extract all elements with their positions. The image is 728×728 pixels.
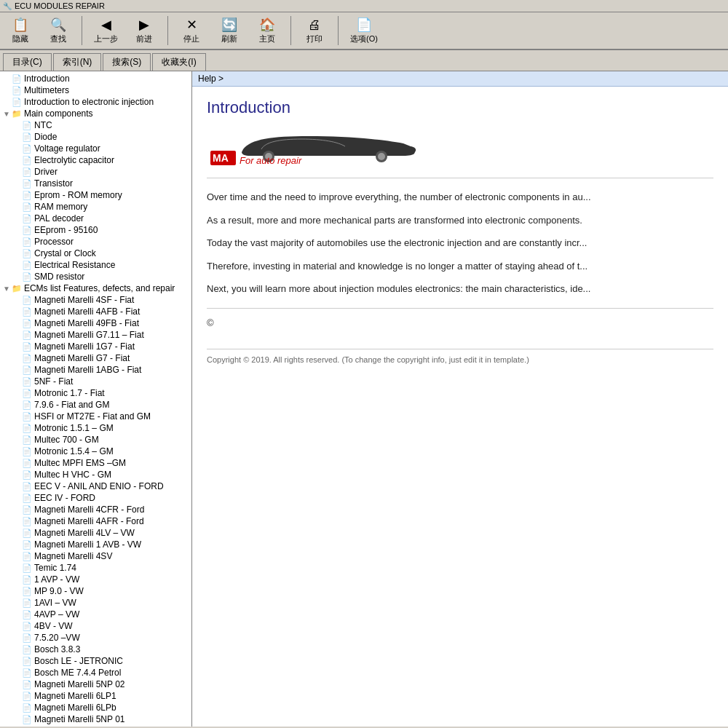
sidebar-item-label: Multec MPFI EMS –GM [34,458,126,468]
sidebar-item-label: Motronic 1.7 - Fiat [34,388,105,398]
folder-expand-icon: ▼ [3,110,10,118]
sidebar-item-mm-5np01[interactable]: 📄Magneti Marelli 5NP 01 [0,713,191,725]
sidebar-item-bosch-le[interactable]: 📄Bosch LE - JETRONIC [0,655,191,667]
sidebar-item-bosch-383[interactable]: 📄Bosch 3.8.3 [0,644,191,655]
sidebar-item-mm-4afb[interactable]: 📄Magneti Marelli 4AFB - Fiat [0,306,191,317]
sidebar-item-7520-vw[interactable]: 📄7.5.20 –VW [0,632,191,644]
sidebar-item-diode[interactable]: 📄Diode [0,131,191,143]
sidebar-item-motronic-154[interactable]: 📄Motronic 1.5.4 – GM [0,446,191,457]
folder-expand-icon: ▼ [3,285,10,293]
sidebar-item-voltage-reg[interactable]: 📄Voltage regulator [0,143,191,154]
page-icon: 📄 [22,529,32,538]
page-icon: 📄 [22,587,32,596]
sidebar-item-mm-4cfr[interactable]: 📄Magneti Marelli 4CFR - Ford [0,504,191,515]
find-button[interactable]: 🔍 查找 [42,15,74,46]
stop-button[interactable]: ✕ 停止 [175,15,207,46]
home-button[interactable]: 🏠 主页 [251,15,283,46]
tab-bar: 目录(C) 索引(N) 搜索(S) 收藏夹(I) [0,50,728,71]
page-icon: 📄 [22,319,32,328]
sidebar-item-label: Magneti Marelli G7.11 – Fiat [34,330,144,340]
sidebar-item-label: 5NF - Fiat [34,376,73,387]
sidebar-item-introduction[interactable]: 📄Introduction [0,73,191,84]
refresh-button[interactable]: 🔄 刷新 [213,15,245,46]
tab-favorites[interactable]: 收藏夹(I) [152,53,205,71]
sidebar-item-multec-mpfi[interactable]: 📄Multec MPFI EMS –GM [0,457,191,469]
sidebar-item-label: Introduction to electronic injection [24,97,154,107]
sidebar-item-mm-4sv[interactable]: 📄Magneti Marelli 4SV [0,550,191,562]
sidebar-item-eprom-rom[interactable]: 📄Eprom - ROM memory [0,189,191,201]
sidebar-item-temic-174[interactable]: 📄Temic 1.74 [0,562,191,574]
sidebar-item-smd-resistor[interactable]: 📄SMD resistor [0,271,191,282]
sidebar-item-mm-5np02[interactable]: 📄Magneti Marelli 5NP 02 [0,678,191,690]
sidebar-item-processor[interactable]: 📄Processor [0,236,191,248]
sidebar-item-eeprom-95160[interactable]: 📄EEprom - 95160 [0,224,191,236]
sidebar-item-electrolytic[interactable]: 📄Electrolytic capacitor [0,154,191,166]
forward-button[interactable]: ▶ 前进 [128,15,160,46]
sidebar-item-7-9-6[interactable]: 📄7.9.6 - Fiat and GM [0,399,191,411]
sidebar-item-eec-v[interactable]: 📄EEC V - ANIL AND ENIO - FORD [0,480,191,492]
sidebar-item-ecms-list[interactable]: ▼📁ECMs list Features, defects, and repai… [0,282,191,294]
sidebar-item-bosch-me744[interactable]: 📄Bosch ME 7.4.4 Petrol [0,667,191,678]
print-button[interactable]: 🖨 打印 [298,16,331,46]
tab-search[interactable]: 搜索(S) [103,53,151,71]
sidebar-item-mm-4sf[interactable]: 📄Magneti Marelli 4SF - Fiat [0,294,191,306]
sidebar-item-mm-1abg[interactable]: 📄Magneti Marelli 1ABG - Fiat [0,364,191,376]
page-icon: 📄 [22,226,32,235]
page-icon: 📄 [22,668,32,678]
page-icon: 📄 [22,540,32,550]
sidebar-item-driver[interactable]: 📄Driver [0,166,191,178]
tab-index[interactable]: 索引(N) [53,53,102,71]
sidebar-item-intro-electronic[interactable]: 📄Introduction to electronic injection [0,96,191,108]
sidebar-item-motronic-17[interactable]: 📄Motronic 1.7 - Fiat [0,387,191,399]
sidebar-item-mm-6lp1[interactable]: 📄Magneti Marelli 6LP1 [0,690,191,702]
app-title: ECU MODULES REPAIR [15,1,105,10]
page-icon: 📄 [22,389,32,398]
hide-button[interactable]: 📋 隐藏 [4,15,36,46]
sidebar-item-multimeters[interactable]: 📄Multimeters [0,84,191,96]
sidebar-item-ntc[interactable]: 📄NTC [0,119,191,131]
sidebar-item-pal-decoder[interactable]: 📄PAL decoder [0,213,191,224]
separator-2 [167,16,168,45]
back-button[interactable]: ◀ 上一步 [90,15,122,46]
page-icon: 📄 [22,563,32,573]
sidebar-item-ram-memory[interactable]: 📄RAM memory [0,201,191,213]
sidebar[interactable]: 📄Introduction📄Multimeters📄Introduction t… [0,71,192,727]
sidebar-item-elec-resistance[interactable]: 📄Electrical Resistance [0,259,191,271]
sidebar-item-eec-iv[interactable]: 📄EEC IV - FORD [0,492,191,504]
sidebar-item-1avi-vw[interactable]: 📄1AVI – VW [0,597,191,609]
sidebar-item-mm-4afr[interactable]: 📄Magneti Marelli 4AFR - Ford [0,515,191,527]
hide-label: 隐藏 [12,33,28,44]
sidebar-item-main-components[interactable]: ▼📁Main components [0,108,191,119]
options-button[interactable]: 📄 选项(O) [346,15,382,46]
sidebar-item-mm-4lv[interactable]: 📄Magneti Marelli 4LV – VW [0,527,191,539]
page-icon: 📄 [22,331,32,340]
copyright-symbol: © [207,317,713,328]
sidebar-item-mm-49fb[interactable]: 📄Magneti Marelli 49FB - Fiat [0,317,191,329]
sidebar-item-crystal-clock[interactable]: 📄Crystal or Clock [0,248,191,259]
sidebar-item-label: Voltage regulator [34,143,100,154]
sidebar-item-motronic-151[interactable]: 📄Motronic 1.5.1 – GM [0,422,191,434]
copyright-text: Copyright © 2019. All rights reserved. (… [207,355,713,364]
sidebar-item-mm-6lpb[interactable]: 📄Magneti Marelli 6LPb [0,702,191,713]
sidebar-item-1avp-vw[interactable]: 📄1 AVP - VW [0,574,191,585]
sidebar-item-mp90-vw[interactable]: 📄MP 9.0 - VW [0,585,191,597]
sidebar-item-5nf-fiat[interactable]: 📄5NF - Fiat [0,376,191,387]
sidebar-item-multec-700[interactable]: 📄Multec 700 - GM [0,434,191,446]
page-icon: 📄 [22,598,32,608]
print-label: 打印 [306,33,323,44]
sidebar-item-mm-1avb[interactable]: 📄Magneti Marelli 1 AVB - VW [0,539,191,550]
sidebar-item-mm-1g7[interactable]: 📄Magneti Marelli 1G7 - Fiat [0,341,191,352]
page-icon: 📄 [22,715,32,724]
sidebar-item-multec-hvhc[interactable]: 📄Multec H VHC - GM [0,469,191,480]
sidebar-item-mm-g7[interactable]: 📄Magneti Marelli G7 - Fiat [0,352,191,364]
sidebar-item-mm-g711[interactable]: 📄Magneti Marelli G7.11 – Fiat [0,329,191,341]
page-icon: 📄 [22,435,32,445]
sidebar-item-4bv-vw[interactable]: 📄4BV - VW [0,620,191,632]
tab-toc[interactable]: 目录(C) [3,53,52,71]
sidebar-item-label: Processor [34,237,74,247]
sidebar-item-transistor[interactable]: 📄Transistor [0,178,191,189]
sidebar-item-label: Motronic 1.5.1 – GM [34,423,114,433]
page-icon: 📄 [22,482,32,491]
sidebar-item-4avp-vw[interactable]: 📄4AVP – VW [0,609,191,620]
sidebar-item-hsfi-mt27e[interactable]: 📄HSFI or MT27E - Fiat and GM [0,411,191,422]
